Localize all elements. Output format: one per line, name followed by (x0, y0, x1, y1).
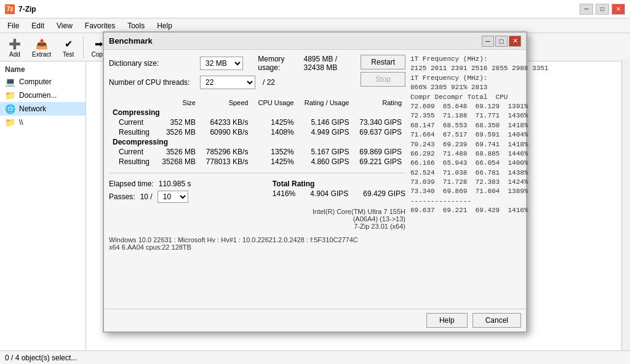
compress-current-cpu: 1425% (252, 117, 297, 127)
decompress-resulting-size: 35268 MB (156, 157, 199, 167)
col-rating-usage: Rating / Usage (298, 98, 353, 108)
dialog-title-bar: Benchmark ─ □ ✕ (104, 33, 526, 50)
sys-info: Windows 10.0 22631 : Microsoft Hv : Hv#1… (109, 236, 405, 251)
total-rating-cpu: 1416% (273, 189, 295, 198)
decompress-current-rating-usage: 5.167 GIPS (298, 147, 353, 157)
cancel-button[interactable]: Cancel (472, 313, 521, 328)
cpu-line3: 7-Zip 23.01 (x64) (109, 223, 405, 230)
compress-current-rating: 73.340 GIPS (353, 117, 405, 127)
total-rating-label: Total Rating (273, 180, 405, 188)
elapsed-value: 110.985 s (159, 180, 191, 188)
divider (109, 173, 405, 173)
summary-area: Elapsed time: 110.985 s Passes: 10 / 10 (109, 180, 405, 203)
passes-select[interactable]: 10 (158, 191, 188, 203)
compress-resulting-cpu: 1408% (252, 127, 297, 137)
col-cpu: CPU Usage (252, 98, 297, 108)
memory-value: 4895 MB / 32438 MB (303, 55, 356, 72)
cpu-info: Intel(R) Core(TM) Ultra 7 155H (A06A4) (… (109, 208, 405, 230)
help-button[interactable]: Help (426, 313, 468, 328)
main-window: 7z 7-Zip ─ □ ✕ File Edit View Favorites … (0, 0, 630, 364)
decompress-resulting-speed: 778013 KB/s (199, 157, 252, 167)
dialog-title-controls: ─ □ ✕ (482, 36, 521, 47)
passes-value: 10 / (140, 192, 153, 201)
total-rating-section: Total Rating 1416% 4.904 GIPS 69.429 GIP… (273, 180, 405, 198)
decompress-resulting-row: Resulting 35268 MB 778013 KB/s 1425% 4.8… (109, 157, 405, 167)
decompressing-header: Decompressing (109, 137, 405, 147)
compress-resulting-rating: 69.637 GIPS (353, 127, 405, 137)
compress-current-label: Current (109, 117, 156, 127)
dialog-left-panel: Dictionary size: 32 MB Memory usage: 489… (109, 55, 405, 304)
cpu-line2: (A06A4) (13->13) (109, 215, 405, 223)
elapsed-section: Elapsed time: 110.985 s Passes: 10 / 10 (109, 180, 191, 203)
compress-current-rating-usage: 5.146 GIPS (298, 117, 353, 127)
dialog-title: Benchmark (109, 36, 482, 46)
dialog-close-button[interactable]: ✕ (509, 36, 521, 47)
dialog-maximize-button[interactable]: □ (495, 36, 508, 47)
cpu-threads-label: Number of CPU threads: (109, 78, 195, 87)
decompress-resulting-label: Resulting (109, 157, 156, 167)
stop-button[interactable]: Stop (361, 72, 405, 87)
cpu-threads-max: / 22 (263, 78, 275, 87)
dialog-minimize-button[interactable]: ─ (482, 36, 494, 47)
total-rating-value: 69.429 GIPS (363, 189, 405, 198)
dictionary-label: Dictionary size: (109, 59, 195, 68)
compress-resulting-speed: 60990 KB/s (199, 127, 252, 137)
memory-label: Memory usage: (258, 55, 296, 72)
dialog-footer: Help Cancel (104, 309, 526, 331)
compress-resulting-label: Resulting (109, 127, 156, 137)
dialog-overlay: Benchmark ─ □ ✕ Dictionary si (0, 0, 630, 364)
benchmark-dialog: Benchmark ─ □ ✕ Dictionary si (103, 31, 527, 333)
col-speed: Speed (199, 98, 252, 108)
col-rating: Rating (353, 98, 405, 108)
decompress-resulting-rating: 69.221 GIPS (353, 157, 405, 167)
compressing-header: Compressing (109, 108, 405, 117)
dictionary-select[interactable]: 32 MB (200, 57, 243, 70)
benchmark-table: Size Speed CPU Usage Rating / Usage Rati… (109, 98, 405, 167)
decompress-current-speed: 785296 KB/s (199, 147, 252, 157)
restart-button[interactable]: Restart (361, 55, 405, 69)
total-rating-usage: 4.904 GIPS (310, 189, 348, 198)
sys-line1: Windows 10.0 22631 : Microsoft Hv : Hv#1… (109, 236, 405, 243)
compress-resulting-row: Resulting 3526 MB 60990 KB/s 1408% 4.949… (109, 127, 405, 137)
decompress-current-row: Current 3526 MB 785296 KB/s 1352% 5.167 … (109, 147, 405, 157)
compress-resulting-size: 3526 MB (156, 127, 199, 137)
freq-data-panel: 1T Frequency (MHz): 2125 2011 2391 2516 … (410, 55, 521, 304)
action-buttons: Restart Stop (361, 55, 405, 87)
cpu-threads-select[interactable]: 22 (200, 76, 255, 89)
sys-line2: x64 6.AA04 cpus:22 128TB (109, 243, 405, 251)
total-rating-values: 1416% 4.904 GIPS 69.429 GIPS (273, 189, 405, 198)
decompress-current-label: Current (109, 147, 156, 157)
compress-current-row: Current 352 MB 64233 KB/s 1425% 5.146 GI… (109, 117, 405, 127)
decompress-resulting-rating-usage: 4.860 GIPS (298, 157, 353, 167)
decompress-resulting-cpu: 1425% (252, 157, 297, 167)
compress-current-size: 352 MB (156, 117, 199, 127)
decompress-current-cpu: 1352% (252, 147, 297, 157)
col-name (109, 98, 156, 108)
decompress-current-rating: 69.869 GIPS (353, 147, 405, 157)
passes-label: Passes: (109, 192, 135, 201)
decompress-current-size: 3526 MB (156, 147, 199, 157)
compress-current-speed: 64233 KB/s (199, 117, 252, 127)
compress-resulting-rating-usage: 4.949 GIPS (298, 127, 353, 137)
col-size: Size (156, 98, 199, 108)
dialog-body: Dictionary size: 32 MB Memory usage: 489… (104, 50, 526, 309)
elapsed-label: Elapsed time: (109, 180, 154, 188)
cpu-line1: Intel(R) Core(TM) Ultra 7 155H (109, 208, 405, 215)
